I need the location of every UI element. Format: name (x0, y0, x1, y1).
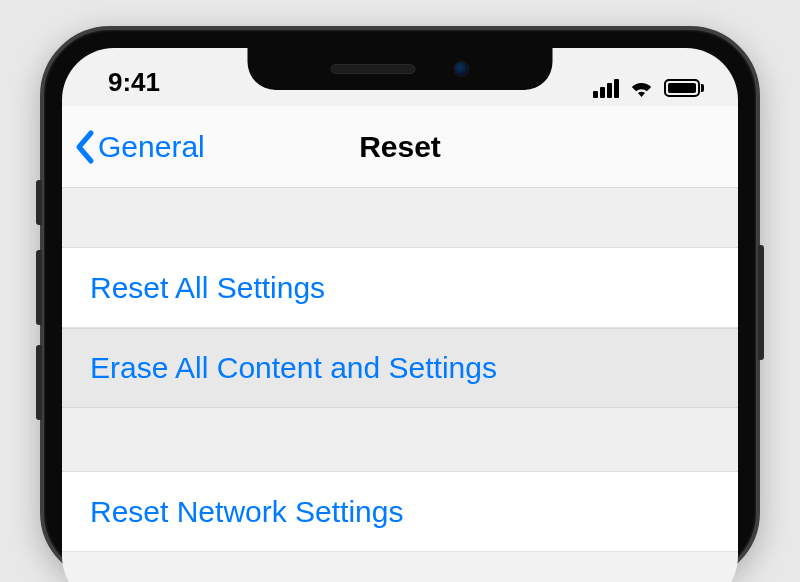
content: General Reset Reset All Settings Erase A… (62, 48, 738, 552)
wifi-icon (628, 78, 655, 98)
nav-bar: General Reset (62, 106, 738, 188)
speaker (331, 64, 416, 74)
front-camera (454, 61, 470, 77)
back-button[interactable]: General (74, 129, 205, 165)
reset-all-settings-row[interactable]: Reset All Settings (62, 248, 738, 328)
row-label: Erase All Content and Settings (90, 351, 497, 385)
row-label: Reset All Settings (90, 271, 325, 305)
mute-switch (36, 180, 42, 225)
page-title: Reset (359, 130, 441, 164)
reset-network-settings-row[interactable]: Reset Network Settings (62, 472, 738, 552)
cellular-signal-icon (593, 79, 619, 98)
section-spacer (62, 408, 738, 472)
volume-down-button (36, 345, 42, 420)
status-time: 9:41 (108, 67, 160, 98)
notch (248, 48, 553, 90)
section-spacer (62, 188, 738, 248)
phone-frame: 9:41 (40, 26, 760, 582)
battery-icon (664, 79, 704, 97)
back-label: General (98, 130, 205, 164)
row-label: Reset Network Settings (90, 495, 403, 529)
volume-up-button (36, 250, 42, 325)
erase-all-content-row[interactable]: Erase All Content and Settings (62, 328, 738, 408)
chevron-left-icon (74, 129, 98, 165)
screen: 9:41 (62, 48, 738, 582)
status-icons (593, 78, 704, 98)
side-button (758, 245, 764, 360)
